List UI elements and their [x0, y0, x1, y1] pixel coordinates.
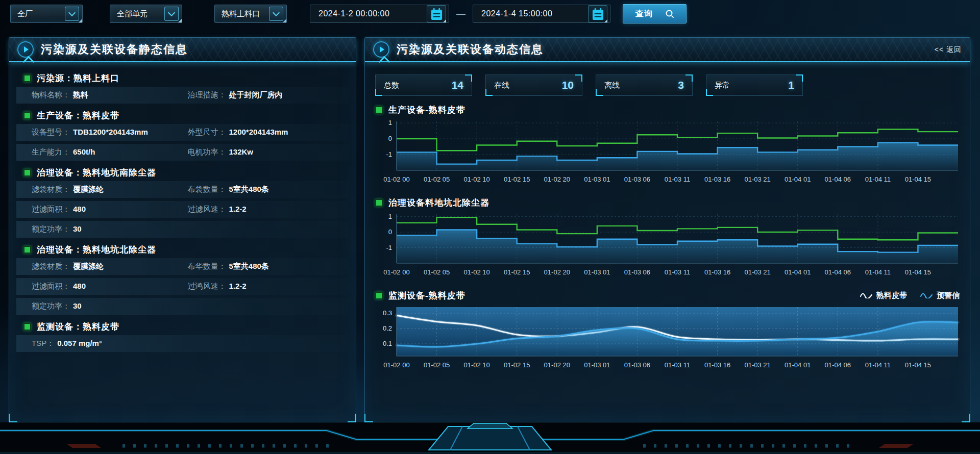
- info-cell: 滤袋材质：覆膜涤纶: [32, 185, 188, 194]
- svg-text:0.3: 0.3: [383, 309, 392, 317]
- date-to-value: 2024-1-4 15:00:00: [481, 9, 588, 18]
- info-label: 治理措施：: [188, 90, 226, 100]
- filter-select-2[interactable]: 熟料上料口: [214, 5, 287, 23]
- legend-item[interactable]: 熟料皮带: [860, 291, 907, 300]
- dynamic-info-panel: 污染源及关联设备动态信息 << 返回 总数14在线10离线3异常1 生产设备-熟…: [364, 37, 970, 422]
- info-label: 滤袋材质：: [32, 262, 70, 271]
- svg-text:01-02 10: 01-02 10: [463, 361, 489, 369]
- info-value: 1.2-2: [229, 205, 247, 213]
- section-title: 生产设备：熟料皮带: [16, 107, 349, 124]
- filter-toolbar: 全厂全部单元熟料上料口 2024-1-2 00:00:00 — 2024-1-4…: [0, 0, 980, 28]
- stat-value: 10: [562, 79, 574, 91]
- green-square-bullet: [23, 246, 31, 254]
- chart-legend: 熟料皮带预警信: [860, 291, 960, 300]
- info-cell: 设备型号：TDB1200*204143mm: [32, 128, 188, 137]
- info-label: 外型尺寸：: [188, 128, 226, 137]
- info-row: 滤袋材质：覆膜涤纶布华数量：5室共480条: [16, 258, 349, 275]
- svg-text:0: 0: [388, 135, 392, 142]
- svg-text:01-02 20: 01-02 20: [544, 175, 570, 183]
- filter-select-0[interactable]: 全厂: [10, 5, 83, 23]
- svg-text:1: 1: [388, 119, 392, 127]
- info-value: 30: [73, 301, 82, 310]
- date-from-calendar-button[interactable]: [427, 5, 446, 22]
- calendar-icon: [592, 8, 604, 20]
- info-cell: 过鸿风速：1.2-2: [188, 282, 344, 291]
- svg-text:-1: -1: [386, 150, 392, 158]
- info-label: 额定功率：: [32, 301, 70, 311]
- info-label: 过滤面积：: [32, 282, 70, 291]
- chart-section-2: 监测设备-熟料皮带熟料皮带预警信0.30.20.101-02 0001-02 0…: [375, 288, 960, 374]
- info-cell: 治理措施：处于封闭厂房内: [188, 90, 344, 100]
- chart-plot-2: 0.30.20.101-02 0001-02 0501-02 1001-02 1…: [375, 303, 962, 374]
- filter-select-1[interactable]: 全部单元: [110, 5, 182, 23]
- stat-label: 离线: [604, 81, 620, 90]
- green-square-bullet: [375, 292, 383, 299]
- info-value: 5室共480条: [229, 262, 269, 271]
- chart-header: 治理设备料地坑北除尘器: [375, 195, 960, 210]
- chevron-down-box: [269, 7, 283, 21]
- svg-text:01-03 21: 01-03 21: [744, 361, 770, 369]
- svg-text:01-03 06: 01-03 06: [624, 361, 650, 369]
- info-row: 额定功率：30: [16, 221, 349, 238]
- info-cell: 额定功率：30: [32, 224, 344, 234]
- svg-text:01-03 01: 01-03 01: [584, 268, 610, 276]
- stat-label: 总数: [384, 81, 399, 90]
- svg-text:01-02 20: 01-02 20: [544, 361, 570, 369]
- chevron-down-box: [65, 7, 79, 21]
- search-icon: [665, 9, 674, 18]
- svg-text:01-02 10: 01-02 10: [463, 268, 489, 276]
- info-row: 滤袋材质：覆膜涤纶布袋数量：5室共480条: [16, 181, 349, 198]
- info-value: 5室共480条: [229, 185, 269, 194]
- info-value: 1200*204143mm: [229, 128, 288, 136]
- svg-text:0.1: 0.1: [383, 340, 392, 347]
- info-value: 132Kw: [229, 147, 254, 156]
- info-row: TSP：0.057 mg/m³: [16, 335, 349, 352]
- svg-text:1: 1: [388, 213, 392, 220]
- info-row: 过滤面积：480过滤风速：1.2-2: [16, 201, 349, 218]
- info-label: 过滤风速：: [188, 205, 226, 214]
- info-value: 30: [73, 224, 82, 233]
- legend-item[interactable]: 预警信: [920, 291, 960, 300]
- info-cell: 过滤风速：1.2-2: [188, 205, 344, 214]
- svg-text:01-04 06: 01-04 06: [825, 268, 851, 276]
- info-label: 布袋数量：: [188, 185, 226, 194]
- info-label: 滤袋材质：: [32, 185, 70, 194]
- legend-wave-icon: [920, 292, 933, 298]
- svg-text:01-04 01: 01-04 01: [785, 361, 811, 369]
- static-info-panel-header: 污染源及关联设备静态信息: [9, 38, 356, 62]
- svg-text:01-02 05: 01-02 05: [424, 175, 450, 183]
- svg-text:01-03 16: 01-03 16: [704, 268, 730, 276]
- info-cell: 额定功率：30: [32, 301, 344, 311]
- filter-select-label: 全厂: [17, 9, 65, 19]
- svg-text:01-03 11: 01-03 11: [665, 268, 690, 276]
- chart-section-1: 治理设备料地坑北除尘器10-101-02 0001-02 0501-02 100…: [375, 195, 960, 282]
- svg-text:01-04 11: 01-04 11: [865, 175, 891, 183]
- chart-plot-0: 10-101-02 0001-02 0501-02 1001-02 1501-0…: [375, 117, 962, 189]
- play-icon: [373, 41, 389, 58]
- info-cell: 布华数量：5室共480条: [188, 262, 344, 271]
- info-row: 生产能力：650t/h电机功率：132Kw: [16, 144, 349, 161]
- date-to-calendar-button[interactable]: [588, 5, 607, 22]
- charts-container: 生产设备-熟料皮带10-101-02 0001-02 0501-02 1001-…: [375, 102, 960, 374]
- info-cell: 物料名称：熟料: [32, 90, 188, 100]
- dynamic-info-panel-title: 污染源及关联设备动态信息: [397, 42, 544, 57]
- info-label: 过鸿风速：: [188, 282, 226, 291]
- info-value: 1.2-2: [229, 282, 247, 290]
- green-square-bullet: [23, 112, 31, 119]
- date-from-input[interactable]: 2024-1-2 00:00:00: [310, 5, 449, 23]
- back-link[interactable]: << 返回: [935, 45, 962, 55]
- bottom-decor-frame: [0, 422, 980, 454]
- date-to-input[interactable]: 2024-1-4 15:00:00: [473, 5, 610, 23]
- info-value: 覆膜涤纶: [73, 185, 104, 194]
- static-info-panel: 污染源及关联设备静态信息 污染源：熟料上料口物料名称：熟料治理措施：处于封闭厂房…: [9, 37, 356, 422]
- chart-header: 生产设备-熟料皮带: [375, 102, 960, 117]
- stat-label: 异常: [715, 81, 730, 90]
- stat-label: 在线: [494, 81, 509, 90]
- green-square-bullet: [375, 106, 383, 114]
- info-row: 物料名称：熟料治理措施：处于封闭厂房内: [16, 87, 349, 104]
- header-chevron-decoration: [379, 56, 390, 68]
- query-button[interactable]: 查询: [623, 4, 687, 23]
- green-square-bullet: [375, 199, 383, 207]
- device-stats-row: 总数14在线10离线3异常1: [375, 74, 960, 96]
- info-label: 额定功率：: [32, 224, 70, 234]
